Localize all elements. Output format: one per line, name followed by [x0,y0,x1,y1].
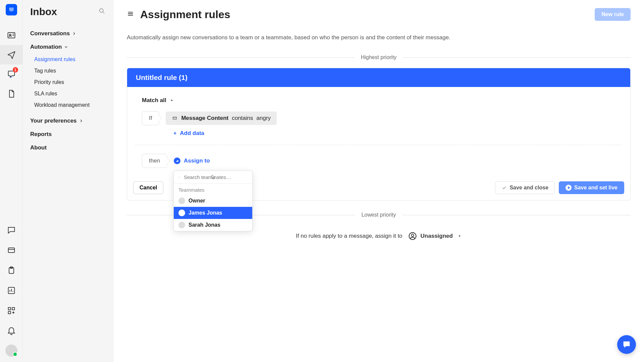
search-icon[interactable] [98,7,106,16]
chevron-right-icon [79,119,84,123]
svg-rect-8 [12,308,14,310]
icon-rail: 1 [0,0,23,362]
save-close-button[interactable]: Save and close [495,181,555,194]
hamburger-icon[interactable] [127,10,134,19]
mail-icon [172,116,178,121]
rail-send-icon[interactable] [0,45,23,64]
page-title: Assignment rules [140,8,230,21]
sidebar-sub-priority-rules[interactable]: Priority rules [30,77,106,88]
fallback-assignee-selector[interactable]: Unassigned [408,231,462,241]
rail-bell-icon[interactable] [0,321,23,341]
assign-to-button[interactable]: Assign to [174,157,210,164]
new-rule-button[interactable]: New rule [595,8,631,21]
teammate-dropdown: Teammates Owner James Jonas Sarah Jonas [173,171,253,231]
svg-point-2 [9,34,11,36]
match-selector[interactable]: Match all [142,97,615,104]
plus-icon: + [173,130,176,136]
sidebar-automation[interactable]: Automation [30,40,106,54]
sidebar-sub-workload[interactable]: Workload management [30,99,106,111]
search-teammates-input[interactable] [184,174,248,180]
rail-apps-icon[interactable] [0,301,23,320]
user-avatar[interactable] [5,345,17,357]
person-icon [408,231,417,241]
svg-rect-3 [8,248,14,253]
check-icon [501,185,507,190]
avatar-icon [178,197,185,204]
avatar-icon [178,222,185,228]
then-label: then [142,154,167,168]
dropdown-item-sarah[interactable]: Sarah Jonas [174,219,252,231]
rail-clipboard-icon[interactable] [0,261,23,280]
svg-rect-1 [8,33,15,38]
dropdown-item-james[interactable]: James Jonas [174,207,252,219]
dropdown-search[interactable] [174,171,252,184]
highest-priority-divider: Highest priority [127,54,631,60]
forward-icon [174,157,180,164]
sidebar-title: Inbox [30,6,57,17]
sidebar-reports[interactable]: Reports [30,128,106,141]
rule-title[interactable]: Untitled rule (1) [127,68,630,87]
fallback-row: If no rules apply to a message, assign i… [127,231,631,241]
svg-point-11 [179,177,180,178]
svg-rect-9 [8,311,10,314]
chevron-right-icon [72,31,76,36]
cancel-button[interactable]: Cancel [133,181,163,194]
sidebar-conversations[interactable]: Conversations [30,27,106,40]
caret-down-icon [170,98,174,102]
main-content: Assignment rules New rule Automatically … [113,0,644,362]
sidebar-sub-tag-rules[interactable]: Tag rules [30,65,106,77]
dropdown-heading: Teammates [174,184,252,195]
messenger-icon [622,340,631,349]
caret-down-icon [458,234,462,238]
rail-chat-icon[interactable] [0,220,23,240]
if-label: If [142,111,159,125]
rail-document-icon[interactable] [0,84,23,103]
rail-badge: 1 [13,67,18,73]
dropdown-item-owner[interactable]: Owner [174,195,252,207]
save-live-button[interactable]: Save and set live [559,181,624,194]
app-logo[interactable] [6,4,17,15]
messenger-fab[interactable] [617,335,636,354]
condition-chip[interactable]: Message Content contains angry [166,111,277,125]
sidebar-sub-sla-rules[interactable]: SLA rules [30,88,106,99]
rail-chart-icon[interactable] [0,281,23,300]
sidebar: Inbox Conversations Automation Assignmen… [23,0,113,362]
svg-point-10 [100,9,103,12]
sidebar-sub-assignment-rules[interactable]: Assignment rules [30,54,106,65]
sidebar-preferences[interactable]: Your preferences [30,114,106,128]
search-icon [178,175,180,180]
rail-conversation-icon[interactable]: 1 [0,64,23,84]
sidebar-about[interactable]: About [30,141,106,154]
page-description: Automatically assign new conversations t… [127,34,631,41]
svg-rect-7 [8,308,10,310]
rail-contacts-icon[interactable] [0,26,23,45]
rail-library-icon[interactable] [0,240,23,260]
chevron-down-icon [64,45,68,49]
rule-card: Untitled rule (1) Match all If Message C… [127,68,631,200]
play-icon [566,185,572,191]
add-data-button[interactable]: + Add data [173,130,615,137]
avatar-icon [178,210,185,216]
svg-point-13 [411,234,414,236]
